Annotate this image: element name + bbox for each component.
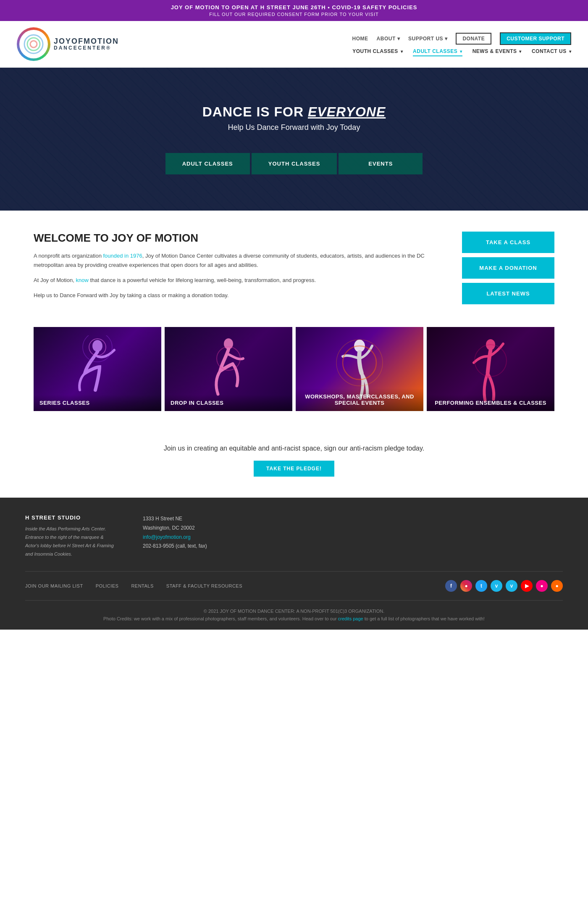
- twitter-icon[interactable]: t: [475, 580, 487, 592]
- footer-top: H STREET STUDIO Inside the Atlas Perform…: [25, 514, 563, 571]
- footer: H STREET STUDIO Inside the Atlas Perform…: [0, 498, 588, 630]
- nav-bottom: YOUTH CLASSES ▾ ADULT CLASSES ▾ NEWS & E…: [352, 48, 571, 56]
- main-content: WELCOME TO JOY OF MOTION A nonprofit art…: [0, 211, 588, 319]
- top-banner: JOY OF MOTION TO OPEN AT H STREET JUNE 2…: [0, 0, 588, 21]
- para2-prefix: At Joy of Motion,: [34, 277, 76, 283]
- pledge-text: Join us in creating an equitable and ant…: [34, 445, 554, 452]
- header: JOYOFMOTION DANCECENTER® HOME ABOUT ▾ SU…: [0, 21, 588, 68]
- footer-link-staff[interactable]: STAFF & FACULTY RESOURCES: [166, 583, 242, 588]
- footer-col-studio: H STREET STUDIO Inside the Atlas Perform…: [25, 514, 118, 558]
- cta-buttons: TAKE A CLASS MAKE A DONATION LATEST NEWS: [462, 232, 554, 306]
- para2-link[interactable]: know: [76, 277, 88, 283]
- card-label-workshops: WORKSHOPS, MASTERCLASSES, AND SPECIAL EV…: [296, 388, 423, 411]
- para1-prefix: A nonprofit arts organization: [34, 253, 103, 259]
- footer-email[interactable]: info@joyofmotion.org: [143, 534, 191, 540]
- footer-phone: 202-813-9505 (call, text, fax): [143, 543, 207, 549]
- footer-link-rentals[interactable]: RENTALS: [131, 583, 153, 588]
- nav-youth-classes[interactable]: YOUTH CLASSES ▾: [352, 48, 403, 56]
- footer-links: JOIN OUR MAILING LIST POLICIES RENTALS S…: [25, 583, 242, 588]
- card-performing-ensembles[interactable]: PERFORMING ENSEMBLES & CLASSES: [427, 327, 554, 411]
- svg-point-2: [30, 41, 37, 47]
- hero-adult-classes-button[interactable]: ADULT CLASSES: [165, 153, 250, 174]
- footer-link-mailing[interactable]: JOIN OUR MAILING LIST: [25, 583, 83, 588]
- facebook-icon[interactable]: f: [445, 580, 457, 592]
- svg-point-1: [27, 38, 40, 50]
- nav-contact-us[interactable]: CONTACT US ▾: [532, 48, 571, 56]
- footer-bottom: JOIN OUR MAILING LIST POLICIES RENTALS S…: [25, 572, 563, 601]
- logo-circle: [17, 27, 50, 61]
- pledge-section: Join us in creating an equitable and ant…: [0, 428, 588, 498]
- hero-headline: DANCE IS FOR EVERYONE: [202, 104, 386, 120]
- copyright-text: © 2021 JOY OF MOTION DANCE CENTER: A NON…: [32, 607, 556, 615]
- nav-donate-button[interactable]: DONATE: [456, 33, 491, 45]
- nav-about[interactable]: ABOUT ▾: [377, 36, 400, 42]
- photo-credits: Photo Credits: we work with a mix of pro…: [32, 615, 556, 623]
- hero-events-button[interactable]: EVENTS: [339, 153, 423, 174]
- vimeo-icon[interactable]: v: [491, 580, 502, 592]
- footer-link-policies[interactable]: POLICIES: [96, 583, 119, 588]
- hero-subheadline: Help Us Dance Forward with Joy Today: [202, 123, 386, 132]
- instagram-icon[interactable]: ●: [460, 580, 472, 592]
- welcome-section: WELCOME TO JOY OF MOTION A nonprofit art…: [34, 232, 445, 306]
- footer-col-address: 1333 H Street NE Washington, DC 20002 in…: [143, 514, 207, 558]
- logo-text: JOYOFMOTION DANCECENTER®: [54, 37, 119, 51]
- hero-headline-em: EVERYONE: [308, 104, 386, 119]
- footer-studio-name: H STREET STUDIO: [25, 514, 118, 521]
- footer-address-line1: 1333 H Street NE: [143, 514, 207, 524]
- banner-line2: FILL OUT OUR REQUIRED CONSENT FORM PRIOR…: [8, 12, 580, 17]
- latest-news-button[interactable]: LATEST NEWS: [462, 283, 554, 304]
- footer-studio-desc: Inside the Atlas Performing Arts Center.…: [25, 525, 118, 558]
- footer-address-line2: Washington, DC 20002: [143, 524, 207, 533]
- logo-area: JOYOFMOTION DANCECENTER®: [17, 27, 119, 61]
- vimeo2-icon[interactable]: v: [506, 580, 517, 592]
- dancer-silhouette-2: [203, 335, 254, 403]
- dancer-silhouette-4: [467, 335, 514, 403]
- card-label-ensembles: PERFORMING ENSEMBLES & CLASSES: [427, 395, 554, 411]
- nav-home[interactable]: HOME: [352, 36, 368, 42]
- photo-credits-suffix: to get a full list of photographers that…: [363, 616, 485, 621]
- hero-headline-prefix: DANCE IS FOR: [202, 104, 308, 119]
- card-series-classes[interactable]: SERIES CLASSES: [34, 327, 161, 411]
- nav-support-us[interactable]: SUPPORT US ▾: [408, 36, 447, 42]
- hero-buttons: ADULT CLASSES YOUTH CLASSES EVENTS: [165, 153, 423, 174]
- nav-customer-support-button[interactable]: CUSTOMER SUPPORT: [500, 32, 571, 45]
- card-label-series: SERIES CLASSES: [34, 395, 161, 411]
- welcome-title: WELCOME TO JOY OF MOTION: [34, 232, 445, 245]
- card-workshops[interactable]: WORKSHOPS, MASTERCLASSES, AND SPECIAL EV…: [296, 327, 423, 411]
- photo-credits-link[interactable]: credits page: [338, 616, 363, 621]
- youtube-icon[interactable]: ▶: [521, 580, 533, 592]
- welcome-para3: Help us to Dance Forward with Joy by tak…: [34, 291, 445, 300]
- make-donation-button[interactable]: MAKE A DONATION: [462, 257, 554, 279]
- para1-link[interactable]: founded in 1976: [103, 253, 142, 259]
- dancer-silhouette-1: [76, 335, 118, 403]
- image-grid: SERIES CLASSES DROP IN CLASSES: [0, 319, 588, 428]
- nav-news-events[interactable]: NEWS & EVENTS ▾: [472, 48, 522, 56]
- hero-background: [0, 68, 588, 211]
- pledge-button[interactable]: TAKE THE PLEDGE!: [254, 461, 334, 477]
- hero-content: DANCE IS FOR EVERYONE Help Us Dance Forw…: [202, 104, 386, 132]
- footer-address: 1333 H Street NE Washington, DC 20002 in…: [143, 514, 207, 551]
- nav-right: HOME ABOUT ▾ SUPPORT US ▾ DONATE CUSTOME…: [352, 32, 571, 56]
- card-label-dropin: DROP IN CLASSES: [165, 395, 292, 411]
- logo-dance-center: DANCECENTER®: [54, 45, 119, 51]
- para2-suffix: that dance is a powerful vehicle for lif…: [89, 277, 316, 283]
- hero-youth-classes-button[interactable]: YOUTH CLASSES: [252, 153, 337, 174]
- logo-joy: JOYOFMOTION: [54, 37, 119, 46]
- take-a-class-button[interactable]: TAKE A CLASS: [462, 232, 554, 253]
- svg-point-3: [92, 340, 102, 352]
- footer-copyright: © 2021 JOY OF MOTION DANCE CENTER: A NON…: [25, 601, 563, 630]
- hero-section: DANCE IS FOR EVERYONE Help Us Dance Forw…: [0, 68, 588, 211]
- welcome-para2: At Joy of Motion, know that dance is a p…: [34, 276, 445, 285]
- nav-adult-classes[interactable]: ADULT CLASSES ▾: [413, 48, 462, 56]
- nav-top: HOME ABOUT ▾ SUPPORT US ▾ DONATE CUSTOME…: [352, 32, 571, 45]
- banner-line1: JOY OF MOTION TO OPEN AT H STREET JUNE 2…: [8, 4, 580, 11]
- social-icons: f ● t v v ▶ ● ●: [445, 580, 563, 592]
- card-drop-in-classes[interactable]: DROP IN CLASSES: [165, 327, 292, 411]
- flickr-icon[interactable]: ●: [536, 580, 548, 592]
- welcome-para1: A nonprofit arts organization founded in…: [34, 251, 445, 270]
- other-social-icon[interactable]: ●: [551, 580, 563, 592]
- logo-icon: [22, 33, 45, 55]
- photo-credits-prefix: Photo Credits: we work with a mix of pro…: [103, 616, 338, 621]
